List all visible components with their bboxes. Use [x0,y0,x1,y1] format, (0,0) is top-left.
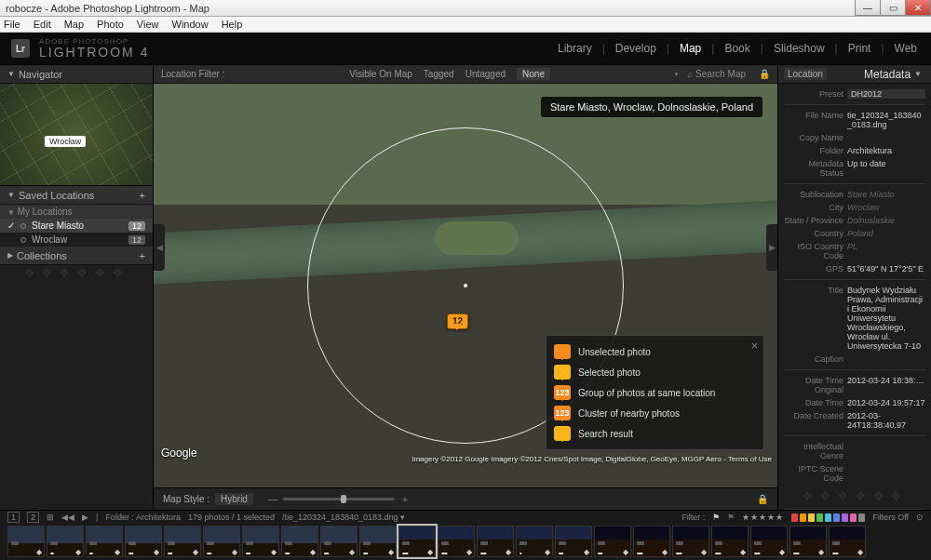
thumbnail[interactable]: •••• [398,526,436,557]
thumbnail[interactable]: •••• [750,526,788,557]
meta-field[interactable] [847,464,925,483]
navigator-map[interactable]: Wrocław [0,84,153,186]
menu-map[interactable]: Map [64,19,84,30]
thumbnail[interactable]: ••• [281,526,318,557]
zoom-out-icon[interactable]: — [268,494,277,504]
module-map[interactable]: Map [677,42,704,55]
meta-field[interactable]: Up to date [847,159,925,178]
module-picker: Library|Develop|Map|Book|Slideshow|Print… [555,42,920,55]
meta-field[interactable]: 2012-03-24T18:38:40.97 [847,411,925,430]
prev-icon[interactable]: ◀◀ [61,513,74,522]
module-library[interactable]: Library [555,42,595,55]
add-icon[interactable]: + [140,250,145,261]
module-web[interactable]: Web [892,42,920,55]
next-icon[interactable]: ▶ [82,513,88,522]
meta-field[interactable]: Stare Miasto [847,190,925,199]
meta-field[interactable]: 51°6'49" N 17°2'5" E [847,264,925,273]
meta-field[interactable] [847,133,925,142]
sync-metadata-button[interactable]: Sync Metadata [784,509,925,510]
thumbnail[interactable]: ••• [203,526,240,557]
thumbnail[interactable]: ••• [555,526,592,557]
filter-tagged[interactable]: Tagged [424,69,454,79]
module-book[interactable]: Book [722,42,752,55]
thumbnail[interactable]: ••• [594,526,631,557]
menu-edit[interactable]: Edit [34,19,51,30]
grid-icon[interactable]: ⊞ [47,513,54,522]
thumbnail[interactable]: ••• [125,526,162,557]
meta-field[interactable]: tie_120324_183840_0183.dng [847,111,925,129]
thumbnail[interactable]: ••• [242,526,279,557]
add-icon[interactable]: + [140,190,145,201]
map-view[interactable]: Stare Miasto, Wroclaw, Dolnoslaskie, Pol… [154,84,777,487]
meta-field[interactable]: Architektura [847,146,925,155]
thumbnail[interactable]: •• [47,526,84,557]
filmstrip-thumbnails[interactable]: ••••••••••••••••••••••••••••••••••••••••… [0,524,931,559]
photo-cluster-pin[interactable]: 12 [447,313,468,329]
window-index-1[interactable]: 1 [7,512,20,523]
maximize-button[interactable]: ▭ [880,0,906,16]
meta-field[interactable]: PL [847,242,925,260]
filter-visible-on-map[interactable]: Visible On Map [349,69,412,79]
window-index-2[interactable]: 2 [27,512,39,523]
filter-none[interactable]: None [517,68,550,80]
menu-help[interactable]: Help [222,19,243,30]
lock-icon[interactable]: 🔒 [759,69,770,79]
metadata-set-dropdown[interactable]: Location [784,68,827,80]
thumbnail[interactable]: •••• [711,526,749,557]
right-panel-toggle[interactable]: ▶ [766,224,777,271]
thumbnail[interactable]: • [516,526,553,557]
flag-unpicked-icon[interactable]: ⚑ [727,513,735,522]
filter-lock-icon[interactable]: ⊙ [916,513,924,522]
module-develop[interactable]: Develop [613,42,659,55]
saved-locations-header[interactable]: ▼ Saved Locations + [0,186,153,205]
app-logo-icon: Lr [11,39,30,58]
saved-location-item[interactable]: Wroclaw12 [0,233,153,247]
lock-icon[interactable]: 🔒 [757,494,768,504]
thumbnail[interactable]: •••• [438,526,475,557]
filter-untagged[interactable]: Untagged [466,69,506,79]
thumbnail[interactable] [7,526,45,557]
menu-photo[interactable]: Photo [97,19,124,30]
legend-row: Selected photo [554,362,756,382]
menu-file[interactable]: File [4,19,20,30]
meta-field[interactable]: Wroclaw [847,203,925,212]
collections-header[interactable]: ▶ Collections + [0,247,153,265]
zoom-slider[interactable] [283,498,395,500]
zoom-in-icon[interactable]: ＋ [400,493,410,506]
preset-dropdown[interactable]: DH2012 [847,89,925,99]
thumbnail[interactable]: •• [86,526,123,557]
color-label-filter[interactable] [791,513,865,522]
menu-window[interactable]: Window [172,19,209,30]
thumbnail[interactable]: •••• [789,526,827,557]
thumbnail[interactable]: ••• [359,526,397,557]
thumbnail[interactable]: •••• [477,526,514,557]
meta-caption-field[interactable] [847,354,925,364]
module-slideshow[interactable]: Slideshow [771,42,828,55]
meta-field[interactable]: Dolnoslaskie [847,216,925,225]
filters-off-toggle[interactable]: Filters Off [872,513,909,522]
meta-title-field[interactable]: Budynek Wydziału Prawa, Administracji i … [847,286,925,351]
rating-filter[interactable]: ★★★★★ [742,513,784,522]
navigator-header[interactable]: ▼ Navigator [0,65,153,84]
meta-field[interactable]: 2012-03-24 19:57:17 [847,398,925,407]
module-print[interactable]: Print [845,42,874,55]
map-style-select[interactable]: Hybrid [215,493,253,505]
search-map-input[interactable]: Search Map [687,69,746,79]
menu-view[interactable]: View [137,19,159,30]
thumbnail[interactable]: •••• [829,526,866,557]
thumbnail[interactable]: •••• [672,526,709,557]
minimize-button[interactable]: — [855,0,881,16]
thumbnail[interactable]: ••• [320,526,358,557]
close-button[interactable]: ✕ [905,0,931,16]
meta-field[interactable]: Poland [847,229,925,238]
left-panel-toggle[interactable]: ◀ [154,224,165,271]
thumbnail[interactable]: ••• [164,526,201,557]
flag-picked-icon[interactable]: ⚑ [712,513,720,522]
meta-field[interactable]: 2012-03-24 18:38:… [847,376,925,394]
filmstrip-filename[interactable]: /tie_120324_183840_0183.dng ▾ [282,513,405,522]
thumbnail[interactable]: •••• [633,526,670,557]
filmstrip-folder-path[interactable]: Folder : Architektura [105,513,181,522]
saved-location-item[interactable]: ✓Stare Miasto12 [0,219,153,233]
meta-field[interactable] [847,442,925,460]
legend-close-icon[interactable]: × [751,340,758,353]
